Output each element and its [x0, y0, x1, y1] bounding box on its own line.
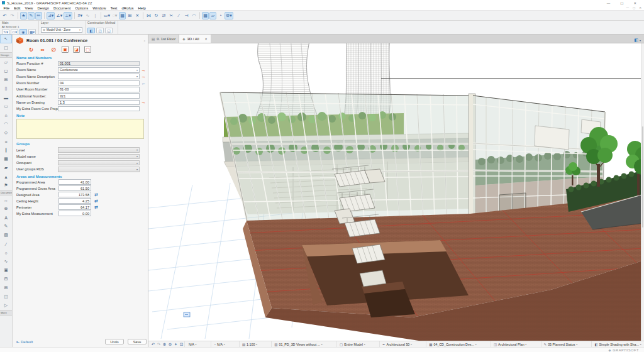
trim-icon[interactable]: ✂ [168, 12, 175, 19]
morph-tool[interactable]: ◇ [0, 128, 12, 137]
sync-both-icon[interactable]: ⇄ [91, 192, 101, 197]
door-tool[interactable]: ◻ [0, 67, 12, 75]
camera-tool[interactable]: ▷ [0, 301, 12, 310]
elevation-tool[interactable]: ⊞ [0, 283, 12, 292]
suspend-groups-icon[interactable]: ◔ [217, 12, 224, 19]
explore-icon[interactable]: ✦ [173, 342, 179, 347]
3d-style-menu[interactable]: ◧ Simple Shading with Sha... ▸ [591, 341, 644, 347]
group-combo[interactable]: ▾ [58, 147, 140, 153]
layer-combo[interactable]: ⊙ Model Unit - Zone ▾ [41, 27, 82, 33]
close-icon[interactable]: ✕ [633, 1, 636, 5]
rotate-icon[interactable]: ↻ [153, 12, 160, 19]
drawing-tool[interactable]: ▣ [0, 266, 12, 275]
line-tool[interactable]: ∕ [0, 239, 12, 248]
menu-item[interactable]: Document [52, 6, 73, 10]
snap-reference-icon[interactable]: | [92, 12, 99, 19]
tab-1st-floor[interactable]: ▤ 0. 1st Floor [148, 35, 179, 43]
forward-icon[interactable]: ↷ [156, 342, 162, 347]
spline-tool[interactable]: ∿ [0, 257, 12, 266]
zoom-to-selection-icon[interactable]: ⊡ [179, 342, 184, 347]
menu-item[interactable]: Edit [12, 6, 23, 10]
object-tool[interactable]: ⚑ [0, 181, 12, 190]
mirror-icon[interactable]: ⇄ [160, 12, 167, 19]
field-input[interactable]: 81-33 [58, 87, 140, 92]
orientation-menu[interactable]: ◔ N/A ▸ [211, 341, 228, 347]
zoom-out-icon[interactable]: ⊖ [167, 342, 173, 347]
group-combo[interactable]: ▾ [58, 160, 140, 166]
save-button[interactable]: Save [128, 339, 147, 344]
partial-structure-menu[interactable]: ▢ Entire Model ▸ [336, 341, 368, 347]
note-textarea[interactable] [16, 119, 144, 139]
open-in-drofus-icon[interactable]: ▣ [62, 46, 69, 53]
label-tool[interactable]: ✎ [0, 222, 12, 231]
element-settings-icon[interactable]: ⚙▾ [225, 12, 233, 19]
restore-icon[interactable]: ▢ [620, 1, 623, 5]
area-value-input[interactable]: 64.17 [58, 204, 91, 210]
unlink-room-icon[interactable]: ∅ [50, 46, 57, 53]
construction-method-2-icon[interactable]: ◰ [96, 28, 104, 33]
arc-tool[interactable]: ○ [0, 248, 12, 257]
area-value-input[interactable]: 41.00 [58, 179, 91, 185]
favorites-icon[interactable]: ★ [20, 12, 27, 19]
toolbox-section-more[interactable]: More [0, 310, 12, 316]
redo-icon[interactable]: ↷ [9, 12, 16, 19]
layer-settings-icon[interactable]: ⊞ [126, 12, 133, 19]
room-report-icon[interactable]: ◪ [73, 46, 80, 53]
drag-icon[interactable]: ⋈ [145, 12, 152, 19]
group-combo[interactable]: ▾ [58, 154, 140, 160]
layer-hide-icon[interactable]: ✕ [134, 12, 141, 19]
gravity-icon[interactable]: ⊥▾ [64, 12, 72, 19]
scale-menu[interactable]: ▤ 1:100 ▸ [239, 341, 260, 347]
grid-snap-icon[interactable]: #▾ [77, 12, 84, 19]
field-input[interactable] [58, 106, 140, 112]
guide-lines-icon[interactable]: ∿ [84, 12, 91, 19]
renovation-filter-menu[interactable]: ✎ 05 Planned Status ▸ [541, 341, 580, 347]
sync-both-icon[interactable]: ⇄ [91, 199, 101, 204]
menu-item[interactable]: Window [91, 6, 108, 10]
column-tool[interactable]: ▯ [0, 84, 12, 93]
railing-tool[interactable]: ∥ [0, 146, 12, 155]
room-properties-icon[interactable]: ▢ [84, 46, 91, 53]
arrow-tool[interactable]: ↖ [0, 35, 12, 43]
field-input[interactable]: 1,3 [58, 100, 140, 106]
doc-minimize-icon[interactable]: — [626, 6, 629, 9]
undo-icon[interactable]: ↶ [1, 12, 8, 19]
interior-elevation-tool[interactable]: ◫ [0, 292, 12, 301]
mesh-tool[interactable]: ▲ [0, 172, 12, 181]
roof-tool[interactable]: ⌂ [0, 111, 12, 119]
marquee-tool[interactable]: ▢ [0, 43, 12, 52]
sync-direction-icon[interactable]: → [140, 74, 147, 79]
menu-item[interactable]: View [23, 6, 35, 10]
pen-set-menu[interactable]: ✒ Architectural 50 ▸ [379, 341, 415, 347]
shell-tool[interactable]: ◠ [0, 119, 12, 128]
zoom-menu[interactable]: N/A ▸ [184, 341, 199, 347]
stair-tool[interactable]: ≡ [0, 137, 12, 146]
menu-item[interactable]: File [1, 6, 12, 10]
zone-default-settings-icon[interactable]: ✎▾ [2, 29, 9, 35]
reference-line-icon[interactable]: ∠▾ [55, 12, 63, 19]
display-order-icon[interactable]: ▩ [202, 12, 209, 19]
layer-combination-menu[interactable]: ▦ 04_CD_Construction Des... ▸ [426, 341, 479, 347]
zone-stamp-icon[interactable]: ◉ [19, 29, 27, 35]
wall-tool[interactable]: ▱ [0, 58, 12, 67]
zoom-in-icon[interactable]: ⊕ [162, 342, 167, 347]
curtain-wall-tool[interactable]: ▦ [0, 155, 12, 163]
text-tool[interactable]: A [0, 213, 12, 222]
3d-model-canvas[interactable] [148, 43, 644, 341]
vertical-scrollbar[interactable] [641, 43, 644, 341]
sync-room-icon[interactable]: ↻ [28, 46, 35, 53]
default-link[interactable]: ⇤ Default [16, 339, 33, 344]
sync-direction-icon[interactable]: → [140, 99, 147, 105]
tab-3d-all[interactable]: ◈ 3D / All ✕ [179, 35, 210, 43]
beam-tool[interactable]: ▬ [0, 93, 12, 102]
field-input[interactable]: ▾ [58, 74, 140, 79]
field-input[interactable]: Conference ▾ [58, 67, 140, 73]
field-input[interactable]: 04 [58, 80, 140, 86]
split-icon[interactable]: ∕ [175, 12, 182, 19]
minimize-icon[interactable]: — [607, 1, 611, 5]
model-view-options-menu[interactable]: ◫ Architectural Plan ▸ [491, 341, 530, 347]
geometry-method-icon[interactable]: ▭▾ [11, 29, 18, 35]
back-icon[interactable]: ↶ [150, 342, 156, 347]
area-value-input[interactable]: 61.50 [58, 185, 91, 191]
group-combo[interactable]: ▾ [58, 167, 140, 172]
